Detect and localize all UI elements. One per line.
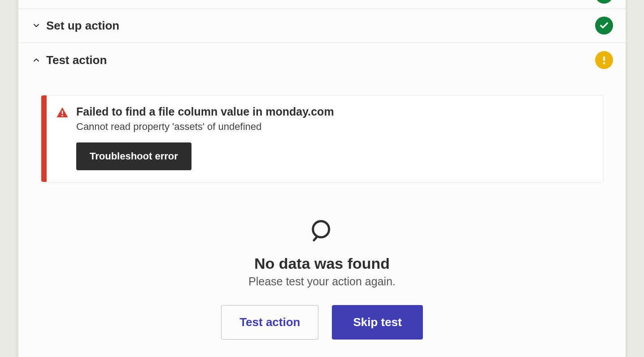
section-test-action[interactable]: Test action bbox=[18, 43, 626, 77]
test-action-body: Failed to find a file column value in mo… bbox=[18, 77, 626, 357]
chevron-down-icon bbox=[31, 20, 42, 31]
test-action-button[interactable]: Test action bbox=[221, 305, 318, 340]
config-panel: Choose account Set up action Test action bbox=[18, 0, 626, 357]
svg-point-1 bbox=[603, 62, 605, 64]
section-choose-account[interactable]: Choose account bbox=[18, 0, 626, 8]
no-data-heading: No data was found bbox=[41, 255, 603, 272]
troubleshoot-button[interactable]: Troubleshoot error bbox=[76, 142, 191, 170]
svg-point-3 bbox=[61, 115, 63, 116]
svg-point-4 bbox=[313, 221, 329, 237]
svg-rect-0 bbox=[603, 56, 605, 61]
warning-triangle-icon bbox=[56, 106, 69, 120]
error-alert: Failed to find a file column value in mo… bbox=[41, 95, 603, 182]
status-warning-icon bbox=[595, 51, 613, 69]
section-setup-action[interactable]: Set up action bbox=[18, 8, 626, 43]
chevron-up-icon bbox=[31, 55, 42, 65]
alert-message: Cannot read property 'assets' of undefin… bbox=[76, 121, 591, 133]
svg-line-5 bbox=[314, 237, 317, 241]
svg-rect-2 bbox=[62, 111, 63, 114]
no-data-block: No data was found Please test your actio… bbox=[41, 218, 603, 340]
skip-test-button[interactable]: Skip test bbox=[332, 305, 422, 340]
status-success-icon bbox=[595, 0, 613, 4]
magnifier-icon bbox=[310, 218, 334, 244]
status-success-icon bbox=[595, 17, 613, 34]
no-data-subtext: Please test your action again. bbox=[41, 275, 603, 288]
section-title: Choose account bbox=[46, 0, 595, 2]
alert-title: Failed to find a file column value in mo… bbox=[76, 105, 591, 118]
alert-stripe bbox=[41, 95, 47, 182]
section-title: Test action bbox=[46, 53, 595, 67]
section-title: Set up action bbox=[46, 19, 595, 33]
